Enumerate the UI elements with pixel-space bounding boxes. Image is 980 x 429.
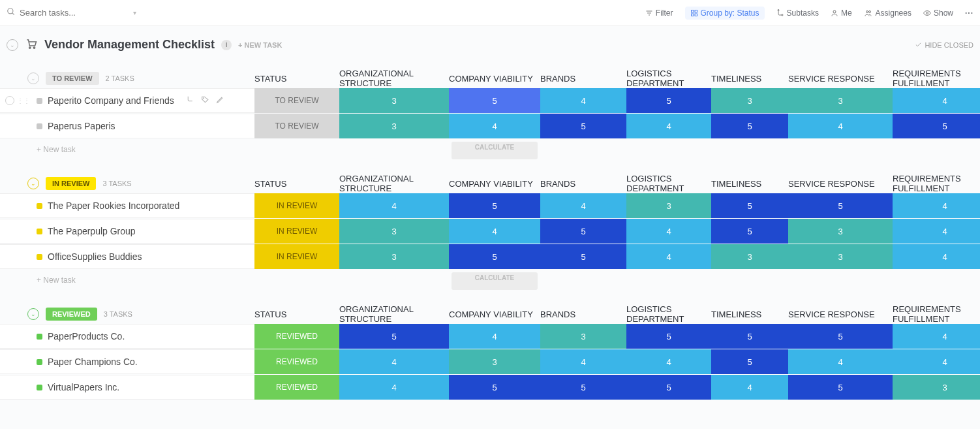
group-status-pill[interactable]: IN REVIEW [46, 177, 96, 190]
search-input[interactable] [20, 8, 124, 18]
score-cell-org[interactable]: 3 [339, 244, 449, 269]
task-name-cell[interactable]: Paperus Paperis [0, 114, 254, 138]
score-cell-viability[interactable]: 5 [449, 88, 540, 113]
score-cell-service[interactable]: 3 [788, 219, 893, 244]
new-task-button[interactable]: + NEW TASK [238, 41, 282, 49]
column-header[interactable]: LOGISTICS DEPARTMENT [626, 69, 711, 88]
score-cell-org[interactable]: 3 [339, 88, 449, 113]
status-cell[interactable]: IN REVIEW [254, 193, 339, 218]
score-cell-logistics[interactable]: 4 [626, 244, 711, 269]
group-toggle[interactable]: ⌄ [27, 308, 39, 320]
score-cell-requirements[interactable]: 4 [893, 193, 980, 218]
tag-icon[interactable] [201, 95, 209, 106]
edit-icon[interactable] [216, 95, 224, 106]
column-header[interactable]: SERVICE RESPONSE [788, 179, 893, 189]
group-toggle[interactable]: ⌄ [27, 72, 39, 84]
task-name-cell[interactable]: Paper Champions Co. [0, 349, 254, 374]
table-row[interactable]: PaperProducts Co.REVIEWED5435554 [0, 324, 980, 349]
task-name-cell[interactable]: The Paper Rookies Incorporated [0, 193, 254, 218]
score-cell-timeliness[interactable]: 3 [711, 244, 788, 269]
table-row[interactable]: Paper Champions Co.REVIEWED4344544 [0, 349, 980, 374]
score-cell-timeliness[interactable]: 5 [711, 193, 788, 218]
task-name-cell[interactable]: OfficeSupplies Buddies [0, 244, 254, 269]
score-cell-brands[interactable]: 4 [540, 349, 626, 374]
score-cell-service[interactable]: 4 [788, 349, 893, 374]
column-header[interactable]: REQUIREMENTS FULFILLMENT [893, 174, 980, 193]
score-cell-logistics[interactable]: 5 [626, 324, 711, 349]
task-name-cell[interactable]: PaperProducts Co. [0, 324, 254, 349]
column-header[interactable]: BRANDS [540, 179, 626, 189]
column-header[interactable]: REQUIREMENTS FULFILLMENT [893, 304, 980, 324]
score-cell-service[interactable]: 5 [788, 375, 893, 400]
more-button[interactable]: ··· [965, 8, 973, 18]
score-cell-brands[interactable]: 5 [540, 114, 626, 138]
table-row[interactable]: VirtualPapers Inc.REVIEWED4555453 [0, 375, 980, 400]
score-cell-service[interactable]: 3 [788, 88, 893, 113]
open-circle-icon[interactable] [5, 96, 14, 105]
score-cell-timeliness[interactable]: 3 [711, 88, 788, 113]
score-cell-viability[interactable]: 3 [449, 349, 540, 374]
info-icon[interactable]: i [221, 40, 232, 50]
subtask-icon[interactable] [186, 95, 194, 106]
score-cell-service[interactable]: 5 [788, 324, 893, 349]
column-header[interactable]: TIMELINESS [711, 74, 788, 84]
score-cell-brands[interactable]: 3 [540, 324, 626, 349]
score-cell-timeliness[interactable]: 5 [711, 219, 788, 244]
score-cell-brands[interactable]: 5 [540, 244, 626, 269]
table-row[interactable]: Paperus PaperisTO REVIEW3454545 [0, 114, 980, 138]
hide-closed-button[interactable]: HIDE CLOSED [915, 41, 973, 49]
new-task-row[interactable]: + New task [0, 140, 254, 159]
calculate-button[interactable]: CALCULATE [452, 142, 538, 159]
score-cell-logistics[interactable]: 4 [626, 114, 711, 138]
status-cell[interactable]: REVIEWED [254, 349, 339, 374]
column-header[interactable]: BRANDS [540, 74, 626, 84]
drag-handle-icon[interactable]: ⋮⋮ [17, 97, 30, 104]
group-by-button[interactable]: Group by: Status [685, 7, 765, 20]
score-cell-requirements[interactable]: 4 [893, 324, 980, 349]
score-cell-logistics[interactable]: 5 [626, 88, 711, 113]
table-row[interactable]: OfficeSupplies BuddiesIN REVIEW3554334 [0, 244, 980, 269]
calculate-button[interactable]: CALCULATE [452, 272, 538, 290]
status-cell[interactable]: REVIEWED [254, 324, 339, 349]
table-row[interactable]: ⋮⋮Paperito Company and FriendsTO REVIEW3… [0, 88, 980, 113]
score-cell-org[interactable]: 4 [339, 349, 449, 374]
column-header[interactable]: STATUS [254, 74, 339, 84]
score-cell-org[interactable]: 5 [339, 324, 449, 349]
score-cell-timeliness[interactable]: 5 [711, 349, 788, 374]
task-name-cell[interactable]: VirtualPapers Inc. [0, 375, 254, 400]
status-cell[interactable]: IN REVIEW [254, 219, 339, 244]
new-task-row[interactable]: + New task [0, 270, 254, 290]
score-cell-brands[interactable]: 5 [540, 375, 626, 400]
score-cell-org[interactable]: 3 [339, 114, 449, 138]
score-cell-org[interactable]: 4 [339, 193, 449, 218]
column-header[interactable]: ORGANIZATIONAL STRUCTURE [339, 174, 449, 193]
score-cell-org[interactable]: 3 [339, 219, 449, 244]
score-cell-viability[interactable]: 5 [449, 375, 540, 400]
group-status-pill[interactable]: TO REVIEW [46, 72, 99, 85]
score-cell-requirements[interactable]: 4 [893, 244, 980, 269]
assignees-button[interactable]: Assignees [864, 8, 911, 18]
score-cell-requirements[interactable]: 4 [893, 88, 980, 113]
filter-button[interactable]: Filter [645, 8, 673, 18]
score-cell-logistics[interactable]: 4 [626, 349, 711, 374]
column-header[interactable]: COMPANY VIABILITY [449, 74, 540, 84]
group-toggle[interactable]: ⌄ [27, 178, 39, 189]
column-header[interactable]: COMPANY VIABILITY [449, 310, 540, 319]
subtasks-button[interactable]: Subtasks [776, 8, 819, 18]
column-header[interactable]: SERVICE RESPONSE [788, 310, 893, 319]
score-cell-brands[interactable]: 4 [540, 193, 626, 218]
score-cell-requirements[interactable]: 5 [893, 114, 980, 138]
score-cell-requirements[interactable]: 4 [893, 219, 980, 244]
table-row[interactable]: The Paper Rookies IncorporatedIN REVIEW4… [0, 193, 980, 218]
score-cell-requirements[interactable]: 3 [893, 375, 980, 400]
column-header[interactable]: REQUIREMENTS FULFILLMENT [893, 69, 980, 88]
score-cell-brands[interactable]: 4 [540, 88, 626, 113]
score-cell-service[interactable]: 3 [788, 244, 893, 269]
score-cell-logistics[interactable]: 3 [626, 193, 711, 218]
score-cell-org[interactable]: 4 [339, 375, 449, 400]
score-cell-service[interactable]: 5 [788, 193, 893, 218]
show-button[interactable]: Show [923, 8, 953, 18]
column-header[interactable]: LOGISTICS DEPARTMENT [626, 304, 711, 324]
score-cell-viability[interactable]: 4 [449, 219, 540, 244]
score-cell-timeliness[interactable]: 4 [711, 375, 788, 400]
